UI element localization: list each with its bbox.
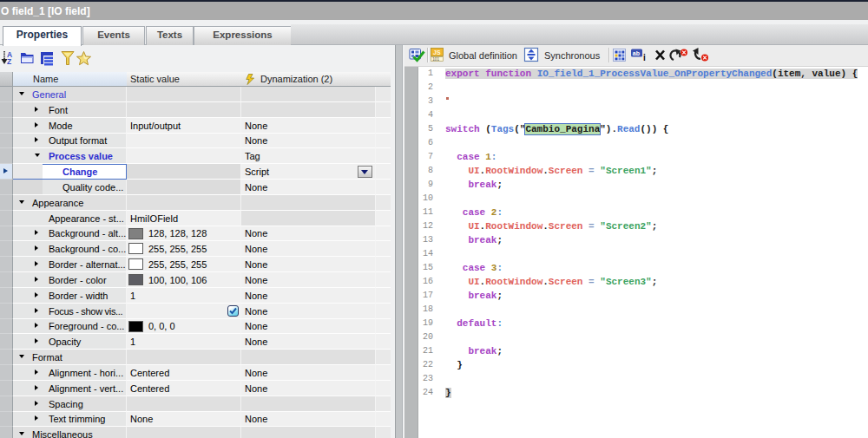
svg-text:ab: ab: [633, 50, 640, 56]
svg-text:101: 101: [432, 57, 439, 62]
svg-text:i: i: [643, 53, 646, 62]
svg-text:JS: JS: [433, 49, 441, 56]
svg-text:Z: Z: [7, 57, 11, 66]
